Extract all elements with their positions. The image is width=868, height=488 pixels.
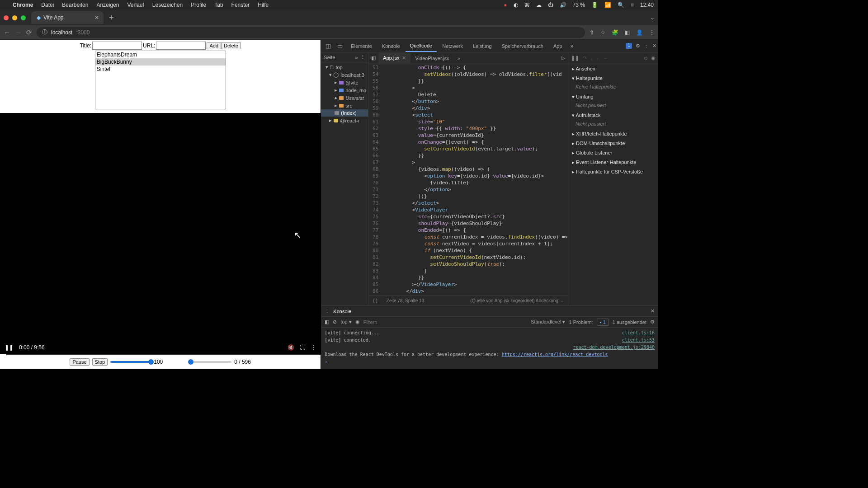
menu-verlauf[interactable]: Verlauf: [127, 2, 144, 8]
forward-button[interactable]: →: [15, 28, 22, 36]
format-icon[interactable]: { }: [373, 298, 377, 303]
issues-badge[interactable]: 1: [626, 43, 632, 49]
tree-folder[interactable]: ▸ @react-r: [321, 117, 368, 124]
tab-elemente[interactable]: Elemente: [346, 41, 376, 52]
list-item[interactable]: Sintel: [95, 66, 226, 73]
devtools-close-icon[interactable]: ✕: [652, 43, 656, 49]
drawer-close-icon[interactable]: ✕: [651, 308, 655, 314]
mute-icon[interactable]: 🔇: [288, 344, 294, 351]
tree-folder[interactable]: ▸ src: [321, 102, 368, 109]
video-listbox[interactable]: ElephantsDream BigBuckBunny Sintel: [95, 51, 226, 109]
live-expr-icon[interactable]: ◉: [355, 319, 360, 325]
sidebar-toggle-icon[interactable]: ◧: [325, 319, 329, 325]
tree-folder[interactable]: ▸ @vite: [321, 79, 368, 86]
menu-fenster[interactable]: Fenster: [231, 2, 250, 8]
code-editor[interactable]: 53 onClick={() => {54 setVideos((oldVide…: [368, 64, 568, 296]
site-info-icon[interactable]: ⓘ: [42, 28, 47, 36]
deactivate-bp-icon[interactable]: ⦸: [644, 55, 647, 61]
kebab-icon[interactable]: ⋮: [360, 54, 365, 60]
bookmark-icon[interactable]: ☆: [600, 29, 605, 36]
level-selector[interactable]: Standardlevel ▾: [531, 319, 565, 325]
close-window-button[interactable]: [4, 15, 9, 20]
delete-button[interactable]: Delete: [221, 42, 241, 49]
step-over-icon[interactable]: ↷: [583, 55, 587, 61]
pause-exceptions-icon[interactable]: ◉: [651, 55, 656, 61]
tab-netzwerk[interactable]: Netzwerk: [438, 41, 467, 52]
menu-anzeigen[interactable]: Anzeigen: [96, 2, 119, 8]
close-icon[interactable]: ✕: [402, 55, 406, 61]
list-item[interactable]: ElephantsDream: [95, 51, 226, 58]
drawer-tab-konsole[interactable]: Konsole: [330, 307, 355, 316]
browser-tab[interactable]: ◆ Vite App ✕: [31, 11, 104, 24]
context-selector[interactable]: top ▾: [340, 319, 351, 325]
drawer-menu-icon[interactable]: ⋮: [325, 308, 330, 314]
file-tab-app[interactable]: App.jsx✕: [378, 53, 410, 63]
pane-dom[interactable]: ▸ DOM-Umschaltpunkte: [568, 139, 658, 148]
tree-folder[interactable]: ▸ Users/st: [321, 94, 368, 102]
play-pause-icon[interactable]: ❚❚: [5, 344, 14, 351]
pause-button[interactable]: Pause: [70, 358, 89, 366]
pane-breakpoints[interactable]: ▾ Haltepunkte: [568, 74, 658, 83]
fullscreen-icon[interactable]: ⛶: [300, 344, 305, 351]
pane-watch[interactable]: ▸ Ansehen: [568, 64, 658, 74]
status-icon[interactable]: ●: [504, 2, 507, 8]
status-icon[interactable]: ⌘: [524, 2, 530, 8]
inspect-icon[interactable]: ◫: [323, 42, 334, 49]
tab-speicher[interactable]: Speicherverbrauch: [497, 41, 548, 52]
menu-hilfe[interactable]: Hilfe: [258, 2, 269, 8]
pane-callstack[interactable]: ▾ Aufrufstack: [568, 111, 658, 120]
tree-top[interactable]: ▾ ◻ top: [321, 63, 368, 71]
clear-console-icon[interactable]: ⊘: [333, 319, 337, 325]
step-out-icon[interactable]: ↑: [597, 56, 599, 61]
pane-xhr[interactable]: ▸ XHR/fetch-Haltepunkte: [568, 129, 658, 139]
clock[interactable]: 12:40: [640, 2, 654, 8]
nav-tab-seite[interactable]: Seite: [324, 55, 335, 60]
step-into-icon[interactable]: ↓: [590, 56, 593, 61]
tab-leistung[interactable]: Leistung: [468, 41, 496, 52]
volume-slider[interactable]: [110, 361, 151, 363]
pane-csp[interactable]: ▸ Haltepunkte für CSP-Verstöße: [568, 167, 658, 177]
tree-file-index[interactable]: (Index): [321, 109, 368, 117]
pause-icon[interactable]: ❚❚: [571, 55, 579, 61]
menu-tab[interactable]: Tab: [214, 2, 223, 8]
devtools-menu-icon[interactable]: ⋮: [644, 43, 649, 49]
address-bar[interactable]: ⓘ localhost:3000: [37, 27, 585, 38]
menu-datei[interactable]: Datei: [41, 2, 54, 8]
menu-profile[interactable]: Profile: [191, 2, 206, 8]
file-tab-videoplayer[interactable]: VideoPlayer.jsx: [410, 53, 453, 63]
console-output[interactable]: [vite] connecting...client.ts:16[vite] c…: [321, 328, 658, 369]
menubar-app[interactable]: Chrome: [13, 2, 33, 8]
reload-button[interactable]: ⟳: [26, 28, 32, 37]
share-icon[interactable]: ⇧: [590, 29, 594, 36]
menu-lesezeichen[interactable]: Lesezeichen: [152, 2, 183, 8]
status-icon[interactable]: ☁: [536, 2, 542, 8]
stop-button[interactable]: Stop: [92, 358, 108, 366]
run-snippet-icon[interactable]: ▷: [559, 55, 568, 61]
control-center-icon[interactable]: ≡: [631, 2, 634, 8]
pane-event[interactable]: ▸ Event-Listener-Haltepunkte: [568, 158, 658, 167]
device-toggle-icon[interactable]: ▭: [335, 42, 345, 49]
seek-slider[interactable]: [191, 361, 231, 363]
close-tab-icon[interactable]: ✕: [94, 14, 99, 21]
status-icon[interactable]: ⏻: [548, 2, 553, 8]
tab-overflow-icon[interactable]: ⌄: [650, 14, 655, 21]
more-icon[interactable]: »: [453, 56, 463, 61]
list-item[interactable]: BigBuckBunny: [95, 58, 226, 66]
more-icon[interactable]: »: [355, 55, 358, 60]
tree-host[interactable]: ▾ ◯ localhost:3: [321, 71, 368, 79]
url-input[interactable]: [156, 42, 206, 50]
step-icon[interactable]: →: [603, 56, 608, 61]
status-icon[interactable]: ◐: [514, 2, 518, 8]
add-button[interactable]: Add: [207, 42, 221, 49]
new-tab-button[interactable]: +: [109, 13, 114, 23]
tab-konsole[interactable]: Konsole: [377, 41, 405, 52]
tree-folder[interactable]: ▸ node_mo: [321, 86, 368, 94]
tab-quellcode[interactable]: Quellcode: [406, 40, 437, 52]
console-settings-icon[interactable]: ⚙: [650, 319, 655, 325]
profile-icon[interactable]: 👤: [636, 29, 643, 36]
extensions-icon[interactable]: 🧩: [612, 29, 618, 36]
chrome-menu-icon[interactable]: ⋮: [649, 29, 655, 36]
back-button[interactable]: ←: [4, 28, 10, 36]
wifi-icon[interactable]: 📶: [604, 2, 611, 8]
status-icon[interactable]: 🔊: [560, 2, 566, 8]
